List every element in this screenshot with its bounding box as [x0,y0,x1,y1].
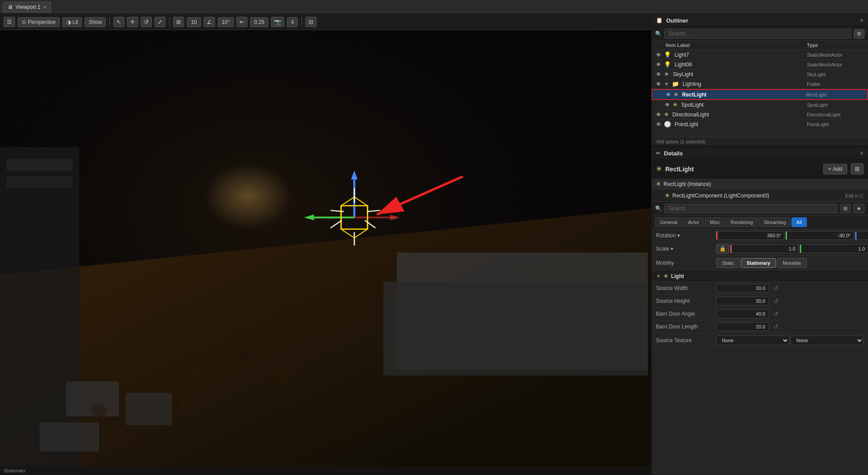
component-row-light[interactable]: ✳ RectLightComponent (LightComponent0) E… [652,190,868,201]
snap-value-button[interactable]: 0.25 [250,17,268,27]
item-name: Lighting [683,81,805,87]
viewport-tab-close[interactable]: × [43,4,46,10]
rotation-z-input[interactable] [855,231,868,240]
mobility-property-row: Mobility Static Stationary Movable [652,256,868,270]
tab-all[interactable]: All [791,217,806,227]
outliner-row[interactable]: 👁 ⚪ PointLight PointLight [652,120,868,129]
grid-snap-icon[interactable]: ⊞ [173,17,184,27]
scale-y-input[interactable] [800,244,868,253]
mobility-static-button[interactable]: Static [716,258,740,268]
add-label: Add [833,166,842,172]
scale-dropdown[interactable]: Scale ▾ [656,246,673,252]
outliner-row-rectlight[interactable]: 👁 ✳ RectLight RectLight [652,89,868,100]
source-texture-select-2[interactable]: None [791,336,864,345]
details-search-input[interactable] [664,204,837,213]
camera-value-button[interactable]: 4 [287,17,298,27]
outliner-row[interactable]: 👁 ☀ SkyLight SkyLight [652,70,868,79]
details-actor-title-row: ✳ RectLight + Add ⊞ [652,160,868,178]
scale-button[interactable]: ⤢ [154,17,166,27]
details-close-button[interactable]: × [860,150,864,157]
rotation-y-input[interactable] [786,231,854,240]
separator-3 [301,18,302,27]
outliner-row[interactable]: 👁 ✳ DirectionalLight DirectionalLight [652,110,868,120]
camera-icon[interactable]: 📷 [271,17,284,27]
menu-button[interactable]: ☰ [4,17,15,27]
tab-misc[interactable]: Misc [705,217,725,227]
angle-icon[interactable]: ∠ [204,17,215,27]
visibility-icon[interactable]: 👁 [655,62,662,68]
perspective-icon: ⊙ [22,19,26,25]
outliner-row[interactable]: 👁 💡 Light06 StaticMeshActor [652,60,868,70]
source-texture-values: None None [716,336,864,345]
outliner-row[interactable]: 👁 💡 Light7 StaticMeshActor [652,50,868,60]
add-component-button[interactable]: + Add [823,164,847,174]
item-type: RectLight [806,92,864,97]
source-width-input[interactable] [716,284,769,293]
visibility-icon[interactable]: 👁 [655,112,662,118]
visibility-icon[interactable]: 👁 [664,102,671,108]
visibility-icon[interactable]: 👁 [655,121,662,127]
scale-x-input[interactable] [730,244,799,253]
light-section-header[interactable]: ▼ ✳ Light [652,270,868,282]
tab-general[interactable]: General [655,217,682,227]
favorites-button[interactable]: ★ [853,204,864,213]
viewport[interactable]: ☰ ⊙ Perspective ◑ Lit Show ↖ ✛ ↺ ⤢ ⊞ 10 … [0,14,651,475]
col-type: Type [807,42,864,48]
blueprint-button[interactable]: ⊞ [851,163,864,174]
table-view-button[interactable]: ⊞ [840,204,851,213]
viewport-tab[interactable]: 🖥 Viewport 1 × [3,2,51,12]
barn-door-length-label: Barn Door Length [656,324,714,330]
rotation-dropdown[interactable]: Rotation ▾ [656,232,680,239]
source-texture-select-1[interactable]: None [716,336,789,345]
outliner-header: 📋 Outliner × [652,14,868,27]
tab-rendering[interactable]: Rendering [725,217,758,227]
select-mode-button[interactable]: ↖ [113,17,124,27]
viewport-scene: Stationary [0,30,651,475]
layout-button[interactable]: ⊟ [305,17,316,27]
mobility-stationary-button[interactable]: Stationary [741,258,776,268]
scale-lock-button[interactable]: 🔒 [716,244,729,254]
section-expand-icon: ▼ [656,274,661,279]
perspective-button[interactable]: ⊙ Perspective [18,17,60,27]
grid-value: 10 [191,19,197,25]
visibility-icon[interactable]: 👁 [655,81,662,87]
item-icon: ☀ [664,71,669,77]
grid-value-button[interactable]: 10 [187,17,201,27]
source-height-input[interactable] [716,297,769,305]
light-section-icon: ✳ [664,273,668,279]
visibility-icon[interactable]: 👁 [665,92,672,98]
item-icon: 💡 [664,61,671,68]
tab-actor[interactable]: Actor [683,217,704,227]
tab-streaming[interactable]: Streaming [759,217,791,227]
rotate-button[interactable]: ↺ [141,17,152,27]
barn-door-angle-input[interactable] [716,309,769,318]
outliner-list[interactable]: 👁 💡 Light7 StaticMeshActor 👁 💡 Light06 S… [652,50,868,137]
translate-button[interactable]: ✛ [127,17,138,27]
show-button[interactable]: Show [85,17,106,27]
angle-value-button[interactable]: 10° [218,17,234,27]
rotation-x-input[interactable] [716,231,784,240]
source-height-reset[interactable]: ↺ [772,297,780,305]
visibility-icon[interactable]: 👁 [655,52,662,58]
component-row-instance[interactable]: ✳ RectLight (Instance) [652,178,868,190]
edit-in-cpp-button[interactable]: Edit in C [845,193,864,198]
outliner-row[interactable]: 👁 ▼ 📁 Lighting Folder [652,79,868,89]
expand-icon[interactable]: ▼ [664,81,670,87]
barn-door-length-input[interactable] [716,322,769,331]
outliner-close-button[interactable]: × [860,17,864,24]
outliner-settings-icon[interactable]: ⚙ [854,29,864,39]
outliner-row[interactable]: 👁 ✳ SpotLight SpotLight [652,100,868,110]
item-name: SkyLight [673,71,805,77]
item-icon: ✳ [664,111,669,118]
source-width-reset[interactable]: ↺ [772,285,780,292]
barn-door-angle-reset[interactable]: ↺ [772,310,780,317]
barn-door-length-reset[interactable]: ↺ [772,323,780,330]
visibility-icon[interactable]: 👁 [655,71,662,77]
mobility-movable-button[interactable]: Movable [777,258,807,268]
lit-button[interactable]: ◑ Lit [62,17,82,27]
barn-door-length-row: Barn Door Length ↺ [652,321,868,333]
snap-icon[interactable]: ⤜ [236,17,247,27]
item-name: Light06 [675,62,805,68]
outliner-search-input[interactable] [664,29,851,39]
properties-area[interactable]: Rotation ▾ ↺ Scale ▾ 🔒 [652,229,868,475]
